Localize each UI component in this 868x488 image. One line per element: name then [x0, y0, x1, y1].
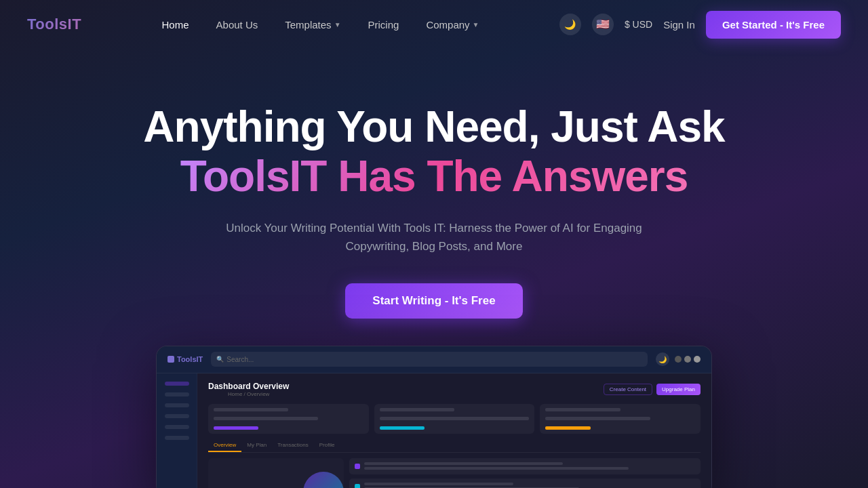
- tab-transactions[interactable]: Transactions: [272, 439, 314, 452]
- dashboard-tabs: Overview My Plan Transactions Profile: [208, 439, 701, 453]
- dashboard-logo-dot: [167, 356, 174, 363]
- dashboard-main-header: Dashboard Overview Home / Overview Creat…: [208, 382, 701, 397]
- nav-templates[interactable]: Templates ▼: [274, 14, 351, 36]
- sign-in-link[interactable]: Sign In: [663, 19, 695, 30]
- upgrade-plan-button[interactable]: Upgrade Plan: [656, 384, 701, 395]
- templates-chevron-icon: ▼: [334, 21, 341, 28]
- nav-home[interactable]: Home: [151, 14, 200, 36]
- create-content-button[interactable]: Create Content: [604, 384, 652, 395]
- search-icon: 🔍: [216, 356, 224, 363]
- dashboard-preview: ToolsIT 🔍 Search... 🌙: [156, 346, 712, 488]
- nav-links: Home About Us Templates ▼ Pricing Compan…: [151, 14, 490, 36]
- nav-right: 🌙 🇺🇸 $ USD Sign In Get Started - It's Fr…: [559, 11, 841, 39]
- start-writing-button[interactable]: Start Writing - It's Free: [345, 283, 522, 319]
- sidebar-item-1: [165, 382, 189, 386]
- brand-logo[interactable]: ToolsIT: [27, 16, 81, 33]
- dashboard-topbar: ToolsIT 🔍 Search... 🌙: [157, 346, 711, 373]
- mini-card-dot-2: [355, 484, 360, 488]
- hero-subtitle: Unlock Your Writing Potential With Tools…: [217, 219, 651, 256]
- window-control-minimize: [675, 356, 682, 363]
- tab-myplan[interactable]: My Plan: [241, 439, 272, 452]
- moon-icon: 🌙: [564, 19, 576, 30]
- dashboard-topbar-right: 🌙: [656, 352, 701, 366]
- dashboard-card-3: [540, 404, 701, 434]
- nav-about[interactable]: About Us: [205, 14, 269, 36]
- sidebar-item-5: [165, 425, 189, 429]
- sidebar-item-4: [165, 414, 189, 418]
- company-chevron-icon: ▼: [473, 21, 479, 28]
- dashboard-sidebar: [157, 373, 197, 488]
- nav-pricing[interactable]: Pricing: [357, 14, 410, 36]
- sidebar-item-3: [165, 403, 189, 407]
- dashboard-cards-row: [208, 404, 701, 434]
- window-control-maximize: [684, 356, 691, 363]
- dashboard-content-area: [208, 458, 701, 488]
- sidebar-item-6: [165, 436, 189, 440]
- dashboard-action-buttons: Create Content Upgrade Plan: [604, 384, 701, 395]
- dashboard-overview-title: Dashboard Overview: [208, 382, 289, 391]
- dashboard-breadcrumb: Home / Overview: [208, 391, 289, 397]
- currency-selector[interactable]: $ USD: [625, 19, 652, 30]
- sidebar-item-2: [165, 392, 189, 396]
- navbar: ToolsIT Home About Us Templates ▼ Pricin…: [0, 0, 868, 49]
- language-toggle-button[interactable]: 🇺🇸: [592, 14, 614, 35]
- dashboard-logo: ToolsIT: [167, 355, 203, 363]
- nav-company[interactable]: Company ▼: [415, 14, 490, 36]
- mini-card-2: [349, 479, 701, 488]
- dashboard-window-controls: [675, 356, 701, 363]
- chart-visual: [303, 472, 344, 488]
- dashboard-card-2: [374, 404, 535, 434]
- hero-title-line1: Anything You Need, Just Ask ToolsIT Has …: [143, 103, 724, 203]
- flag-icon: 🇺🇸: [596, 19, 610, 30]
- theme-toggle-button[interactable]: 🌙: [559, 14, 581, 35]
- dashboard-chart: [208, 458, 344, 488]
- dashboard-main: Dashboard Overview Home / Overview Creat…: [197, 373, 711, 488]
- hero-section: Anything You Need, Just Ask ToolsIT Has …: [0, 49, 868, 488]
- dashboard-title-group: Dashboard Overview Home / Overview: [208, 382, 289, 397]
- dashboard-body: Dashboard Overview Home / Overview Creat…: [157, 373, 711, 488]
- mini-card-dot-1: [355, 464, 360, 469]
- window-control-close: [694, 356, 701, 363]
- mini-card-1: [349, 458, 701, 474]
- dashboard-right-cards: [349, 458, 701, 488]
- dashboard-search[interactable]: 🔍 Search...: [211, 352, 648, 367]
- dashboard-card-1: [208, 404, 369, 434]
- tab-profile[interactable]: Profile: [314, 439, 340, 452]
- get-started-button[interactable]: Get Started - It's Free: [706, 11, 841, 39]
- dashboard-theme-button[interactable]: 🌙: [656, 352, 669, 366]
- tab-overview[interactable]: Overview: [208, 439, 241, 452]
